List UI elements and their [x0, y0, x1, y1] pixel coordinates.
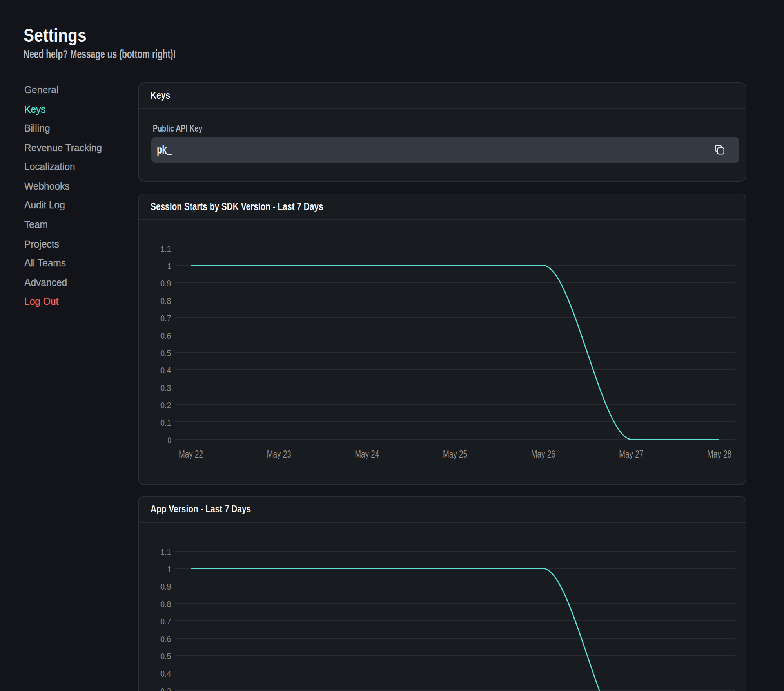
- svg-text:0.8: 0.8: [160, 599, 171, 609]
- svg-text:0.3: 0.3: [160, 686, 171, 691]
- svg-text:0.5: 0.5: [160, 651, 171, 661]
- svg-text:0: 0: [167, 435, 171, 445]
- svg-text:0.6: 0.6: [160, 331, 171, 341]
- svg-text:0.2: 0.2: [160, 400, 171, 410]
- svg-text:0.4: 0.4: [160, 365, 171, 375]
- svg-text:0.5: 0.5: [160, 348, 171, 358]
- svg-text:May 25: May 25: [443, 449, 467, 459]
- svg-text:May 22: May 22: [179, 449, 203, 459]
- svg-text:May 23: May 23: [267, 449, 291, 459]
- svg-text:0.9: 0.9: [160, 278, 171, 288]
- svg-text:0.7: 0.7: [160, 313, 171, 323]
- svg-text:0.4: 0.4: [160, 668, 171, 678]
- svg-text:1: 1: [167, 564, 171, 574]
- svg-text:0.6: 0.6: [160, 633, 171, 644]
- svg-text:May 27: May 27: [619, 449, 643, 459]
- svg-text:May 26: May 26: [531, 449, 555, 459]
- svg-text:0.7: 0.7: [160, 616, 171, 626]
- svg-text:May 24: May 24: [355, 449, 379, 459]
- svg-text:1.1: 1.1: [160, 546, 171, 557]
- svg-text:1.1: 1.1: [160, 244, 171, 254]
- svg-text:0.1: 0.1: [160, 418, 171, 428]
- svg-text:0.3: 0.3: [160, 383, 171, 393]
- svg-text:0.8: 0.8: [160, 296, 171, 306]
- svg-text:1: 1: [167, 261, 171, 271]
- svg-text:0.9: 0.9: [160, 581, 171, 591]
- svg-text:May 28: May 28: [707, 449, 731, 459]
